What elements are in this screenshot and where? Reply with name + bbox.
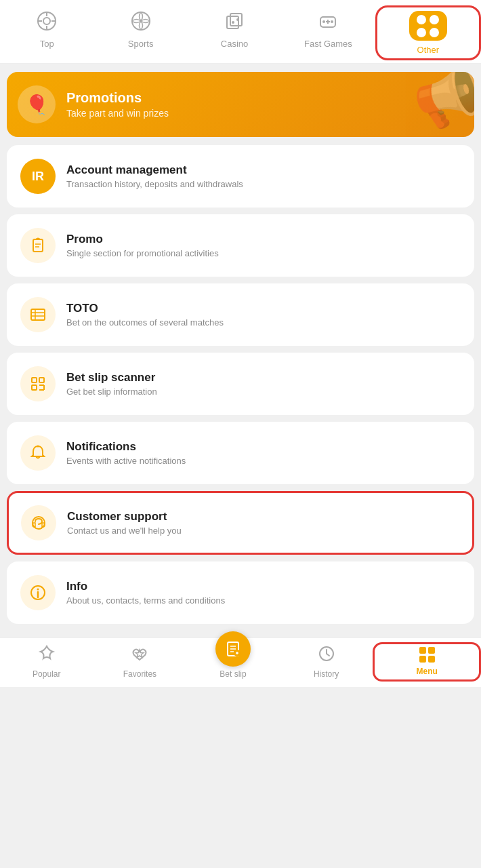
info-subtitle: About us, contacts, terms and conditions <box>66 595 225 606</box>
bet-slip-button[interactable] <box>215 631 251 667</box>
promo-title: Promo <box>66 233 219 246</box>
toto-icon <box>20 297 56 332</box>
toto-text: TOTO Bet on the outcomes of several matc… <box>66 302 224 328</box>
menu-list: IR Account management Transaction histor… <box>0 145 481 624</box>
info-icon <box>20 575 56 610</box>
promo-text: Promotions Take part and win prizes <box>66 90 169 119</box>
menu-label: Menu <box>417 667 438 676</box>
svg-point-1 <box>43 18 50 24</box>
nav-sports-label: Sports <box>128 39 154 49</box>
promo-icon <box>20 228 56 263</box>
bottom-history[interactable]: History <box>280 642 373 682</box>
bottom-bet-slip[interactable]: Bet slip <box>186 642 280 682</box>
notifications-subtitle: Events with active notifications <box>66 456 186 466</box>
favorites-icon <box>131 645 148 667</box>
menu-item-info[interactable]: Info About us, contacts, terms and condi… <box>7 561 474 624</box>
support-title: Customer support <box>67 510 182 524</box>
menu-item-scanner[interactable]: Bet slip scanner Get bet slip informatio… <box>7 353 474 415</box>
popular-icon <box>38 645 56 667</box>
svg-rect-19 <box>31 309 45 320</box>
sports-icon <box>131 11 151 35</box>
svg-point-32 <box>37 589 39 591</box>
support-icon <box>21 505 56 540</box>
svg-rect-23 <box>32 378 37 382</box>
account-subtitle: Transaction history, deposits and withdr… <box>66 179 243 189</box>
support-text: Customer support Contact us and we'll he… <box>67 510 182 536</box>
menu-grid-icon <box>418 646 436 664</box>
svg-rect-24 <box>39 378 44 382</box>
top-nav: Top Sports Casino <box>0 0 481 64</box>
other-icon-box <box>409 11 447 41</box>
top-icon <box>37 11 57 35</box>
promo-banner-subtitle: Take part and win prizes <box>66 108 169 119</box>
nav-fastgames-label: Fast Games <box>304 39 352 49</box>
info-title: Info <box>66 580 225 593</box>
account-text: Account management Transaction history, … <box>66 163 243 189</box>
toto-subtitle: Bet on the outcomes of several matches <box>66 317 224 328</box>
svg-point-10 <box>236 18 239 21</box>
nav-casino-label: Casino <box>221 39 248 49</box>
menu-item-promo[interactable]: Promo Single section for promotional act… <box>7 214 474 277</box>
promo-banner-icon: 🎈 <box>18 85 56 123</box>
megaphone-icon: 📢 <box>406 72 474 136</box>
favorites-label: Favorites <box>123 669 156 679</box>
scanner-subtitle: Get bet slip information <box>66 387 157 397</box>
toto-title: TOTO <box>66 302 224 315</box>
svg-rect-16 <box>33 239 43 252</box>
promo-text-block: Promo Single section for promotional act… <box>66 233 219 258</box>
svg-rect-8 <box>230 14 242 26</box>
bet-slip-label: Bet slip <box>219 669 246 679</box>
nav-other[interactable]: Other <box>375 5 481 60</box>
casino-icon <box>224 11 245 35</box>
svg-point-13 <box>331 20 333 23</box>
nav-other-label: Other <box>417 45 440 55</box>
notifications-icon <box>20 435 56 471</box>
popular-label: Popular <box>33 669 60 679</box>
notifications-title: Notifications <box>66 440 186 454</box>
svg-line-43 <box>327 654 329 656</box>
menu-item-toto[interactable]: TOTO Bet on the outcomes of several matc… <box>7 283 474 346</box>
nav-sports[interactable]: Sports <box>93 5 187 60</box>
nav-top-label: Top <box>40 39 54 49</box>
promo-subtitle: Single section for promotional activitie… <box>66 248 219 258</box>
svg-point-29 <box>37 446 39 448</box>
avatar-icon: IR <box>20 159 56 194</box>
svg-point-12 <box>322 20 325 23</box>
history-icon <box>318 645 335 667</box>
scanner-text: Bet slip scanner Get bet slip informatio… <box>66 371 157 397</box>
nav-top[interactable]: Top <box>0 5 93 60</box>
support-subtitle: Contact us and we'll help you <box>67 526 182 536</box>
svg-rect-25 <box>32 385 37 390</box>
scanner-title: Bet slip scanner <box>66 371 157 384</box>
notifications-text: Notifications Events with active notific… <box>66 440 186 466</box>
bottom-nav: Popular Favorites Bet slip <box>0 637 481 687</box>
menu-item-notifications[interactable]: Notifications Events with active notific… <box>7 422 474 484</box>
scanner-icon <box>20 366 56 401</box>
svg-point-9 <box>232 21 234 24</box>
account-title: Account management <box>66 163 243 177</box>
bottom-popular[interactable]: Popular <box>0 642 93 682</box>
history-label: History <box>314 669 339 679</box>
promo-banner[interactable]: 🎈 Promotions Take part and win prizes 📢 <box>7 72 474 137</box>
menu-item-support[interactable]: Customer support Contact us and we'll he… <box>7 491 474 555</box>
bottom-menu[interactable]: Menu <box>373 642 481 682</box>
bottom-favorites[interactable]: Favorites <box>93 642 187 682</box>
menu-item-account[interactable]: IR Account management Transaction histor… <box>7 145 474 208</box>
promo-banner-title: Promotions <box>66 90 169 106</box>
fast-games-icon <box>318 11 338 35</box>
nav-fast-games[interactable]: Fast Games <box>281 5 375 60</box>
info-text: Info About us, contacts, terms and condi… <box>66 580 225 606</box>
nav-casino[interactable]: Casino <box>188 5 281 60</box>
